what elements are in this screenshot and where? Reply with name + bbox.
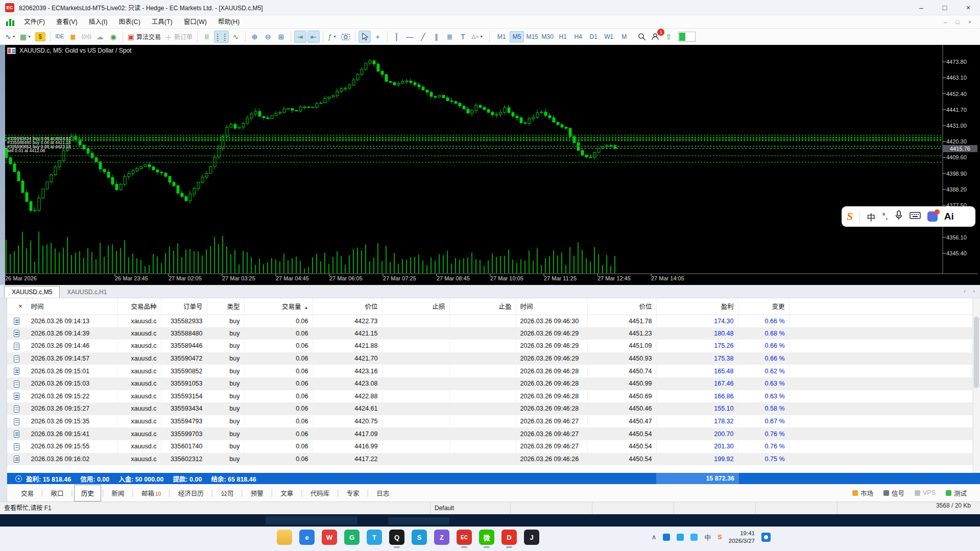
timeframe-w1-button[interactable]: W1	[602, 31, 616, 42]
timeframe-m-button[interactable]: M	[617, 31, 631, 42]
close-panel-button[interactable]: ×	[7, 298, 27, 315]
toolbox-tab-10[interactable]: 专家	[340, 485, 366, 501]
timeframe-h4-button[interactable]: H4	[571, 31, 585, 42]
candle-chart-button[interactable]: ⡇⢸	[214, 31, 229, 43]
timeframe-m30-button[interactable]: M30	[540, 31, 555, 42]
zoom-in-button[interactable]: ⊕	[249, 31, 261, 43]
history-row-5[interactable]: 2026.03.26 09:15:03xauusd.c335591053buy0…	[7, 377, 973, 390]
menu-item-4[interactable]: 工具(T)	[146, 15, 178, 29]
history-row-8[interactable]: 2026.03.26 09:15:35xauusd.c335594793buy0…	[7, 415, 973, 428]
new-order-button[interactable]: ＋新订单	[163, 31, 194, 43]
toolbox-tab-2[interactable]: 历史	[74, 485, 101, 501]
broadcast-button[interactable]: ((o))	[80, 31, 93, 43]
channel-button[interactable]: ∥	[431, 31, 443, 43]
sogou-logo-icon[interactable]: S	[847, 210, 853, 223]
cloud-button[interactable]: ☁	[94, 31, 106, 43]
timeframe-m1-button[interactable]: M1	[494, 31, 509, 42]
timeframe-h1-button[interactable]: H1	[556, 31, 570, 42]
wps-icon[interactable]: W	[322, 530, 337, 545]
menu-item-3[interactable]: 图表(C)	[113, 15, 146, 29]
taskbar-clock[interactable]: 19:412026/3/27	[729, 530, 755, 545]
column-header-11[interactable]: 变更	[738, 298, 789, 315]
browser-icon[interactable]: e	[299, 530, 315, 545]
qq-icon[interactable]: Q	[389, 530, 404, 545]
timeframe-m5-button[interactable]: M5	[510, 31, 524, 42]
history-row-0[interactable]: 2026.03.26 09:14:13xauusd.c335582933buy0…	[7, 315, 973, 327]
table-scrollbar-thumb[interactable]	[974, 317, 979, 388]
file-explorer-icon[interactable]	[277, 530, 292, 545]
toolbox-tab-9[interactable]: 代码库	[304, 485, 337, 501]
panel-button-信号[interactable]: 信号	[883, 488, 904, 498]
red-d-app-icon[interactable]: D	[501, 530, 517, 545]
tray-app-icon-1[interactable]	[677, 534, 684, 541]
tray-app-icon-2[interactable]	[690, 534, 698, 541]
timeframe-m15-button[interactable]: M15	[525, 31, 539, 42]
history-row-2[interactable]: 2026.03.26 09:14:46xauusd.c335589446buy0…	[7, 340, 973, 352]
toolbox-tab-11[interactable]: 日志	[370, 485, 396, 501]
history-row-1[interactable]: 2026.03.26 09:14:39xauusd.c335588480buy0…	[7, 327, 973, 340]
cursor-button[interactable]	[358, 31, 371, 43]
tab-scroll-left-icon[interactable]: ‹	[964, 288, 966, 295]
toolbox-tab-1[interactable]: 敞口	[44, 485, 70, 501]
mdi-minimize-button[interactable]: –	[939, 17, 951, 27]
ime-mode-button[interactable]: 中	[867, 210, 875, 223]
virtual-keyboard-icon[interactable]	[910, 211, 921, 222]
line-chart-button[interactable]: ∿	[230, 31, 242, 43]
chart-tab-1[interactable]: XAUUSD.c,H1	[60, 286, 114, 298]
maximize-button[interactable]: □	[933, 0, 957, 15]
chart-tab-0[interactable]: XAUUSD.c,M5	[4, 286, 60, 298]
chart-shift-button[interactable]: ⇥	[294, 31, 306, 43]
toolbox-tab-3[interactable]: 新闻	[105, 485, 131, 501]
algo-trading-button[interactable]: ▣算法交易	[126, 31, 162, 43]
bar-chart-button[interactable]: |||	[201, 31, 213, 43]
tile-windows-button[interactable]: ⊞	[275, 31, 288, 43]
ec-markets-icon[interactable]: EC	[457, 530, 472, 545]
ide-button[interactable]: IDE	[54, 31, 66, 43]
tray-expand-icon[interactable]: ∧	[652, 533, 657, 541]
mdi-restore-button[interactable]: □	[951, 17, 964, 27]
menu-item-0[interactable]: 文件(F)	[18, 15, 51, 29]
column-header-9[interactable]: 价位	[587, 298, 656, 315]
crosshair-button[interactable]: +	[372, 31, 384, 43]
chart-template-button[interactable]: ▦▼	[18, 31, 33, 43]
market-bag-button[interactable]: ▆	[67, 31, 79, 43]
community-account-icon[interactable]: 1	[649, 31, 661, 43]
column-header-6[interactable]: 止损	[382, 298, 449, 315]
wechat-icon[interactable]: 微	[479, 530, 494, 545]
chart-type-button[interactable]: ∿▼	[4, 31, 17, 43]
history-row-6[interactable]: 2026.03.26 09:15:22xauusd.c335593154buy0…	[7, 390, 973, 403]
indicators-button[interactable]: ƒ▼	[326, 31, 339, 43]
candlestick-chart[interactable]	[0, 45, 980, 285]
hline-button[interactable]: —	[404, 31, 416, 43]
column-header-8[interactable]: 时间	[516, 298, 587, 315]
menu-item-1[interactable]: 查看(V)	[51, 15, 83, 29]
ime-punctuation-button[interactable]: °,	[882, 211, 888, 222]
ime-skin-icon[interactable]	[927, 211, 938, 222]
panel-button-测试[interactable]: 测试	[946, 488, 967, 498]
history-row-10[interactable]: 2026.03.26 09:15:55xauusd.c335601740buy0…	[7, 440, 973, 453]
search-icon[interactable]	[636, 31, 648, 43]
column-header-0[interactable]: 时间	[27, 298, 117, 315]
shapes-button[interactable]: △○▼	[470, 31, 485, 43]
fibonacci-button[interactable]: ≣	[444, 31, 456, 43]
purple-app-icon[interactable]: Z	[434, 530, 449, 545]
menu-item-5[interactable]: 窗口(W)	[178, 15, 212, 29]
column-header-5[interactable]: 价位	[313, 298, 382, 315]
skype-icon[interactable]: S	[412, 530, 427, 545]
close-button[interactable]: ×	[957, 0, 980, 15]
zoom-out-button[interactable]: ⊖	[262, 31, 274, 43]
toolbox-tab-6[interactable]: 公司	[214, 485, 240, 501]
telegram-icon[interactable]: T	[367, 530, 382, 545]
vline-button[interactable]: ⎮	[391, 31, 403, 43]
panel-button-市场[interactable]: 市场	[852, 488, 873, 498]
column-header-3[interactable]: 类型	[207, 298, 244, 315]
column-header-7[interactable]: 止盈	[449, 298, 516, 315]
text-button[interactable]: T	[457, 31, 469, 43]
ime-indicator[interactable]: 中	[704, 532, 711, 542]
chart-tab-scroll-arrows[interactable]: ‹›	[964, 288, 975, 295]
column-header-2[interactable]: 订单号	[161, 298, 207, 315]
toolbox-tab-8[interactable]: 文章	[274, 485, 300, 501]
toolbox-tab-7[interactable]: 预警	[244, 485, 270, 501]
expand-summary-icon[interactable]: +	[15, 475, 22, 482]
column-header-10[interactable]: 盈利	[656, 298, 738, 315]
